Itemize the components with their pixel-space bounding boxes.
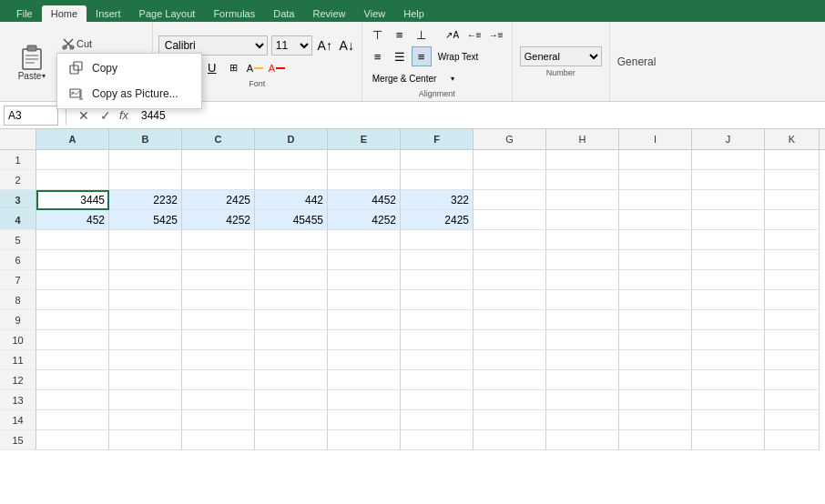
list-item[interactable] [692,350,765,370]
list-item[interactable] [328,390,401,410]
cut-button[interactable]: Cut [58,35,147,52]
list-item[interactable] [182,270,255,290]
list-item[interactable]: 4252 [182,210,255,230]
col-header-j[interactable]: J [692,129,765,149]
list-item[interactable] [546,270,619,290]
tab-file[interactable]: File [7,5,42,22]
list-item[interactable] [255,350,328,370]
list-item[interactable] [692,150,765,170]
tab-help[interactable]: Help [394,5,433,22]
list-item[interactable] [401,390,474,410]
row-header[interactable]: 9 [0,310,36,330]
list-item[interactable] [546,350,619,370]
list-item[interactable] [619,170,692,190]
list-item[interactable] [36,310,109,330]
merge-center-button[interactable]: Merge & Center [368,71,442,86]
list-item[interactable] [328,430,401,450]
list-item[interactable]: 5425 [109,210,182,230]
dropdown-item-copy[interactable]: Copy [57,55,201,81]
list-item[interactable] [619,370,692,390]
number-format-select[interactable]: General [520,46,602,66]
list-item[interactable] [474,170,546,190]
list-item[interactable]: 4252 [328,210,401,230]
list-item[interactable] [255,150,328,170]
list-item[interactable] [255,430,328,450]
list-item[interactable] [36,430,109,450]
list-item[interactable] [109,350,182,370]
list-item[interactable] [546,310,619,330]
list-item[interactable] [182,390,255,410]
list-item[interactable] [109,270,182,290]
list-item[interactable] [182,370,255,390]
list-item[interactable] [401,250,474,270]
list-item[interactable] [328,170,401,190]
list-item[interactable] [474,390,546,410]
list-item[interactable] [182,170,255,190]
list-item[interactable] [255,410,328,430]
list-item[interactable] [692,310,765,330]
list-item[interactable] [692,390,765,410]
list-item[interactable] [255,290,328,310]
list-item[interactable] [401,290,474,310]
list-item[interactable] [36,230,109,250]
list-item[interactable] [36,270,109,290]
list-item[interactable] [692,210,765,230]
col-header-d[interactable]: D [255,129,328,149]
list-item[interactable] [401,230,474,250]
list-item[interactable] [765,350,820,370]
list-item[interactable] [255,310,328,330]
list-item[interactable]: 2425 [182,190,255,210]
list-item[interactable] [328,150,401,170]
row-header[interactable]: 6 [0,250,36,270]
list-item[interactable] [109,310,182,330]
font-size-select[interactable]: 11 [271,35,312,55]
list-item[interactable] [474,290,546,310]
list-item[interactable] [182,350,255,370]
list-item[interactable] [692,290,765,310]
list-item[interactable] [36,370,109,390]
list-item[interactable] [619,290,692,310]
list-item[interactable] [255,250,328,270]
list-item[interactable] [255,390,328,410]
list-item[interactable] [765,230,820,250]
tab-insert[interactable]: Insert [87,5,130,22]
list-item[interactable] [546,170,619,190]
list-item[interactable] [255,370,328,390]
list-item[interactable] [619,310,692,330]
row-header[interactable]: 11 [0,350,36,370]
list-item[interactable] [36,250,109,270]
merge-dropdown-button[interactable]: ▾ [443,68,463,88]
col-header-k[interactable]: K [765,129,820,149]
col-header-e[interactable]: E [328,129,401,149]
text-direction-button[interactable]: ↗A [443,25,463,45]
corner-cell[interactable] [0,129,36,149]
list-item[interactable] [692,230,765,250]
formula-input[interactable]: 3445 [141,106,821,126]
align-right-button[interactable]: ≡ [412,46,432,66]
list-item[interactable] [474,370,546,390]
list-item[interactable] [109,170,182,190]
list-item[interactable] [182,290,255,310]
list-item[interactable] [765,370,820,390]
list-item[interactable] [109,370,182,390]
list-item[interactable]: 4452 [328,190,401,210]
list-item[interactable]: 2425 [401,210,474,230]
list-item[interactable] [546,430,619,450]
list-item[interactable] [765,170,820,190]
paste-dropdown-arrow[interactable]: ▾ [42,72,46,80]
list-item[interactable] [765,290,820,310]
list-item[interactable] [765,250,820,270]
list-item[interactable] [619,270,692,290]
list-item[interactable] [182,330,255,350]
align-center-button[interactable]: ☰ [390,46,410,66]
border-button[interactable]: ⊞ [224,58,244,78]
list-item[interactable] [182,430,255,450]
list-item[interactable] [765,210,820,230]
list-item[interactable] [619,330,692,350]
list-item[interactable] [546,190,619,210]
list-item[interactable] [474,190,546,210]
list-item[interactable] [401,370,474,390]
list-item[interactable] [765,430,820,450]
list-item[interactable]: 3445 [36,190,109,210]
wrap-text-button[interactable]: Wrap Text [433,49,484,65]
